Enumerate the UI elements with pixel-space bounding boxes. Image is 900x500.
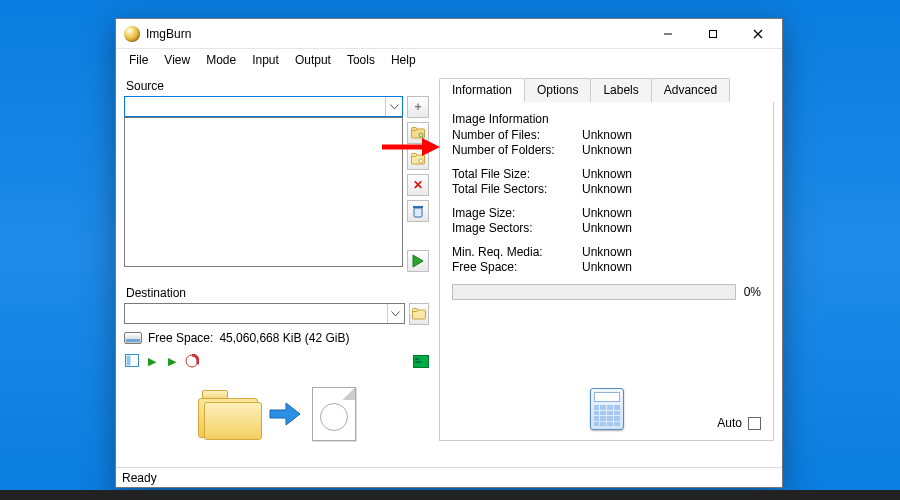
free-space-row: Free Space: 45,060,668 KiB (42 GiB) — [124, 331, 429, 345]
svg-rect-9 — [412, 154, 417, 157]
status-bar: Ready — [116, 467, 782, 487]
svg-rect-1 — [709, 30, 716, 37]
source-combo-input[interactable] — [125, 97, 385, 116]
info-label: Image Size: — [452, 206, 582, 220]
disk-icon — [124, 332, 142, 344]
free-space-value: 45,060,668 KiB (42 GiB) — [219, 331, 349, 345]
tab-advanced[interactable]: Advanced — [651, 78, 730, 102]
taskbar — [0, 490, 900, 500]
new-project-button[interactable] — [124, 353, 140, 369]
media-info-button[interactable] — [184, 353, 200, 369]
arrow-right-icon — [268, 401, 302, 427]
svg-rect-11 — [414, 208, 422, 217]
play-step-button[interactable]: ▶ — [164, 353, 180, 369]
info-value: Unknown — [582, 143, 761, 157]
left-pane: Source + — [124, 77, 429, 441]
progress-percent: 0% — [744, 285, 761, 299]
browse-destination-button[interactable] — [409, 303, 429, 325]
destination-label: Destination — [126, 286, 429, 300]
svg-point-10 — [419, 159, 423, 163]
info-value: Unknown — [582, 260, 761, 274]
tab-labels[interactable]: Labels — [590, 78, 651, 102]
right-pane: Information Options Labels Advanced Imag… — [439, 77, 774, 441]
auto-checkbox[interactable] — [748, 417, 761, 430]
remove-button[interactable]: ✕ — [407, 174, 429, 196]
menu-mode[interactable]: Mode — [199, 51, 243, 69]
close-button[interactable] — [735, 19, 780, 48]
plus-icon: + — [414, 101, 421, 113]
menu-input[interactable]: Input — [245, 51, 286, 69]
svg-rect-12 — [413, 206, 423, 208]
disc-image-icon — [312, 387, 356, 441]
info-label: Image Sectors: — [452, 221, 582, 235]
folder-search-icon — [411, 127, 425, 139]
progress-bar — [452, 284, 736, 300]
disc-layout-button[interactable] — [407, 250, 429, 272]
folder-open-icon — [411, 153, 425, 165]
play-button[interactable]: ▶ — [144, 353, 160, 369]
app-icon — [124, 26, 140, 42]
info-label: Number of Files: — [452, 128, 582, 142]
source-list[interactable] — [124, 117, 403, 267]
menu-file[interactable]: File — [122, 51, 155, 69]
titlebar: ImgBurn — [116, 19, 782, 49]
auto-row: Auto — [717, 416, 761, 430]
svg-rect-5 — [412, 128, 417, 131]
bottom-toolbar: ▶ ▶ — [124, 353, 429, 369]
info-value: Unknown — [582, 167, 761, 181]
clear-button[interactable] — [407, 200, 429, 222]
tab-information[interactable]: Information — [439, 78, 525, 102]
source-combo[interactable] — [124, 96, 403, 117]
info-label: Min. Req. Media: — [452, 245, 582, 259]
source-side-toolbar: + ✕ — [407, 96, 429, 272]
maximize-button[interactable] — [690, 19, 735, 48]
folder-icon — [198, 390, 258, 438]
destination-combo[interactable] — [124, 303, 405, 324]
tab-options[interactable]: Options — [524, 78, 591, 102]
folder-icon — [412, 308, 426, 320]
auto-label: Auto — [717, 416, 742, 430]
add-files-button[interactable]: + — [407, 96, 429, 118]
info-value: Unknown — [582, 245, 761, 259]
menu-view[interactable]: View — [157, 51, 197, 69]
menu-output[interactable]: Output — [288, 51, 338, 69]
menu-tools[interactable]: Tools — [340, 51, 382, 69]
build-mode-art[interactable] — [124, 387, 429, 441]
source-label: Source — [126, 79, 429, 93]
info-value: Unknown — [582, 206, 761, 220]
destination-combo-input[interactable] — [125, 304, 387, 323]
tabs: Information Options Labels Advanced — [439, 78, 774, 103]
app-window: ImgBurn File View Mode Input Output Tool… — [115, 18, 783, 488]
info-grid: Number of Files: Unknown Number of Folde… — [452, 128, 761, 274]
info-value: Unknown — [582, 182, 761, 196]
info-heading: Image Information — [452, 112, 761, 126]
chevron-down-icon[interactable] — [385, 97, 402, 116]
free-space-label: Free Space: — [148, 331, 213, 345]
log-button[interactable] — [413, 353, 429, 369]
status-text: Ready — [122, 471, 157, 485]
info-label: Number of Folders: — [452, 143, 582, 157]
chevron-down-icon[interactable] — [387, 304, 404, 323]
menu-help[interactable]: Help — [384, 51, 423, 69]
delete-x-icon: ✕ — [413, 179, 423, 191]
calculator-icon — [590, 388, 624, 430]
info-label: Total File Size: — [452, 167, 582, 181]
green-arrow-icon — [411, 254, 425, 268]
svg-rect-14 — [412, 309, 417, 312]
info-value: Unknown — [582, 128, 761, 142]
trash-icon — [412, 205, 424, 218]
info-label: Free Space: — [452, 260, 582, 274]
progress-row: 0% — [452, 284, 761, 300]
tab-body: Image Information Number of Files: Unkno… — [439, 102, 774, 441]
browse-file-button[interactable] — [407, 122, 429, 144]
svg-rect-16 — [126, 356, 130, 366]
info-value: Unknown — [582, 221, 761, 235]
browse-folder-button[interactable] — [407, 148, 429, 170]
window-title: ImgBurn — [146, 27, 191, 41]
menubar: File View Mode Input Output Tools Help — [116, 49, 782, 71]
minimize-button[interactable] — [645, 19, 690, 48]
info-label: Total File Sectors: — [452, 182, 582, 196]
